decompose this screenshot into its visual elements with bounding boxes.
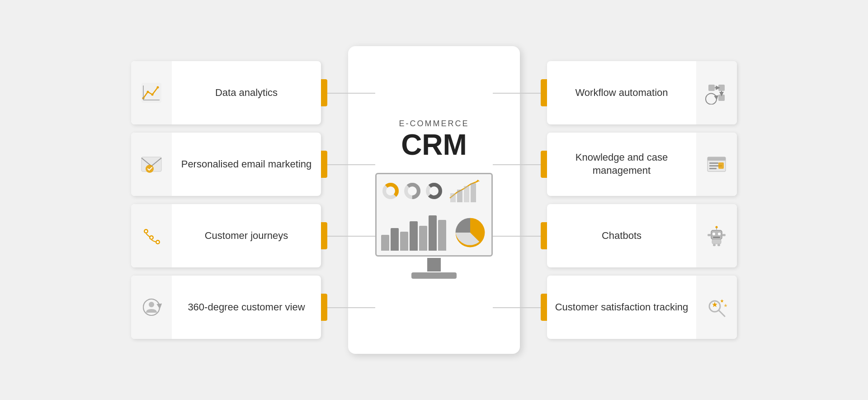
card-workflow-label: Workflow automation bbox=[547, 86, 696, 100]
card-knowledge: Knowledge and case management bbox=[547, 133, 737, 196]
monitor-base bbox=[411, 272, 457, 279]
bottom-charts bbox=[381, 206, 487, 251]
analytics-icon bbox=[140, 81, 163, 105]
svg-rect-27 bbox=[450, 193, 456, 202]
large-pie-chart bbox=[453, 214, 487, 251]
card-data-analytics: Data analytics bbox=[131, 61, 321, 124]
email-icon-box bbox=[131, 133, 172, 196]
bar-4 bbox=[410, 221, 418, 251]
svg-point-19 bbox=[387, 188, 394, 194]
satisfaction-icon bbox=[705, 295, 728, 319]
trend-chart bbox=[448, 180, 480, 202]
card-chatbots-label: Chatbots bbox=[547, 229, 696, 243]
svg-point-14 bbox=[157, 241, 159, 243]
connector-journeys bbox=[327, 236, 375, 237]
monitor-illustration bbox=[371, 173, 497, 281]
chatbot-icon bbox=[705, 224, 728, 248]
workflow-icon-box bbox=[696, 61, 737, 124]
card-workflow: Workflow automation bbox=[547, 61, 737, 124]
chatbot-icon-box bbox=[696, 204, 737, 267]
card-satisfaction: Customer satisfaction tracking bbox=[547, 276, 737, 339]
svg-rect-32 bbox=[718, 85, 725, 91]
connector-chatbots bbox=[493, 236, 541, 237]
donut-chart-3 bbox=[425, 181, 443, 200]
bar-7 bbox=[438, 220, 446, 251]
center-subtitle: E-COMMERCE bbox=[399, 119, 469, 129]
svg-rect-45 bbox=[713, 237, 720, 238]
svg-rect-33 bbox=[718, 95, 725, 101]
svg-rect-48 bbox=[708, 234, 711, 236]
svg-line-54 bbox=[719, 310, 725, 316]
svg-rect-40 bbox=[709, 168, 717, 169]
donut-chart-1 bbox=[381, 181, 400, 200]
svg-rect-51 bbox=[713, 244, 716, 246]
svg-point-43 bbox=[712, 233, 715, 235]
svg-rect-41 bbox=[718, 162, 724, 169]
svg-point-8 bbox=[146, 165, 154, 173]
left-column: Data analytics Personalised email market… bbox=[131, 61, 321, 339]
card-knowledge-label: Knowledge and case management bbox=[547, 151, 696, 177]
svg-point-22 bbox=[409, 188, 415, 194]
diagram: Data analytics Personalised email market… bbox=[50, 14, 818, 386]
card-360-label: 360-degree customer view bbox=[172, 301, 321, 314]
bar-3 bbox=[400, 232, 408, 251]
bar-chart bbox=[381, 210, 446, 251]
bar-1 bbox=[381, 235, 389, 251]
bar-6 bbox=[429, 215, 437, 251]
svg-rect-28 bbox=[457, 190, 462, 202]
satisfaction-icon-box bbox=[696, 276, 737, 339]
svg-point-16 bbox=[149, 302, 154, 307]
top-charts bbox=[381, 179, 487, 204]
connector-data-analytics bbox=[327, 93, 375, 94]
svg-point-2 bbox=[147, 91, 149, 93]
svg-point-25 bbox=[431, 188, 437, 194]
analytics-icon-box bbox=[131, 61, 172, 124]
svg-marker-57 bbox=[724, 304, 727, 307]
svg-marker-55 bbox=[712, 302, 717, 307]
360-icon-box bbox=[131, 276, 172, 339]
connector-knowledge bbox=[493, 164, 541, 165]
svg-rect-30 bbox=[471, 183, 476, 202]
card-360-view: 360-degree customer view bbox=[131, 276, 321, 339]
svg-rect-31 bbox=[708, 85, 715, 91]
right-column: Workflow automation Knowledge and case m… bbox=[547, 61, 737, 339]
svg-point-13 bbox=[151, 237, 153, 239]
card-data-analytics-label: Data analytics bbox=[172, 86, 321, 100]
svg-point-44 bbox=[718, 233, 721, 235]
card-satisfaction-label: Customer satisfaction tracking bbox=[547, 301, 696, 314]
connector-email bbox=[327, 164, 375, 165]
svg-rect-29 bbox=[464, 186, 469, 202]
360-icon bbox=[140, 295, 163, 319]
bar-5 bbox=[419, 226, 427, 251]
card-chatbots: Chatbots bbox=[547, 204, 737, 267]
workflow-icon bbox=[705, 81, 728, 105]
svg-rect-49 bbox=[722, 234, 726, 236]
monitor-stand bbox=[427, 258, 441, 271]
connector-satisfaction bbox=[493, 307, 541, 308]
svg-point-4 bbox=[157, 86, 159, 89]
card-email-label: Personalised email marketing bbox=[172, 158, 321, 171]
svg-point-3 bbox=[151, 94, 154, 96]
center-title: CRM bbox=[401, 130, 467, 159]
donut-chart-2 bbox=[403, 181, 422, 200]
card-journeys-label: Customer journeys bbox=[172, 229, 321, 243]
journey-icon-box bbox=[131, 204, 172, 267]
card-customer-journeys: Customer journeys bbox=[131, 204, 321, 267]
connector-360 bbox=[327, 307, 375, 308]
journey-icon bbox=[140, 224, 163, 248]
svg-rect-38 bbox=[709, 162, 718, 164]
bar-2 bbox=[391, 228, 399, 251]
svg-point-47 bbox=[716, 226, 718, 229]
monitor-screen bbox=[375, 173, 493, 257]
knowledge-icon-box bbox=[696, 133, 737, 196]
knowledge-icon bbox=[705, 152, 728, 176]
email-icon bbox=[140, 152, 163, 176]
card-personalised-email: Personalised email marketing bbox=[131, 133, 321, 196]
svg-rect-50 bbox=[712, 239, 721, 244]
svg-marker-26 bbox=[476, 180, 480, 181]
svg-marker-56 bbox=[720, 299, 724, 303]
connector-workflow bbox=[493, 93, 541, 94]
svg-point-12 bbox=[145, 230, 147, 233]
svg-rect-37 bbox=[708, 157, 726, 161]
svg-rect-52 bbox=[717, 244, 720, 246]
